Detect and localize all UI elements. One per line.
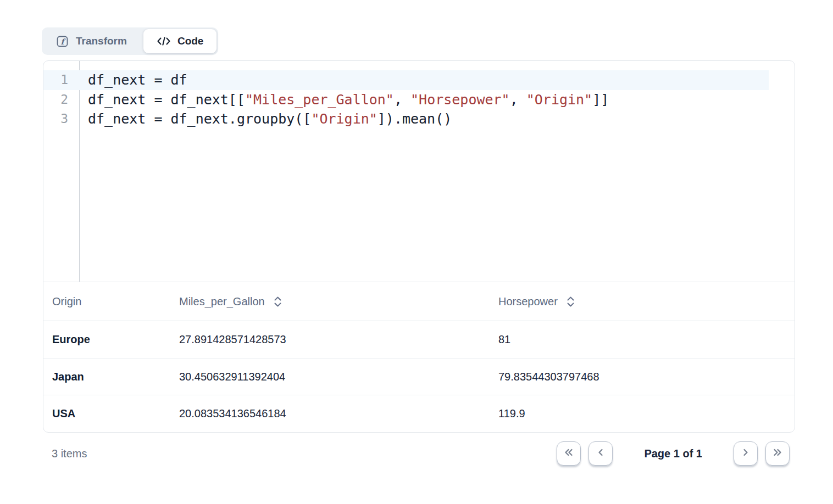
page-indicator: Page 1 of 1: [644, 447, 702, 460]
last-page-button[interactable]: [765, 441, 790, 466]
pagination: Page 1 of 1: [557, 441, 790, 466]
column-header-horsepower[interactable]: Horsepower: [498, 295, 795, 308]
string-token: "Miles_per_Gallon": [245, 92, 394, 108]
tab-code-label: Code: [177, 35, 204, 47]
items-count: 3 items: [52, 447, 87, 460]
column-header-label: Horsepower: [498, 295, 558, 308]
previous-page-button[interactable]: [588, 441, 613, 466]
tab-transform[interactable]: f Transform: [42, 27, 142, 55]
cell-origin: Japan: [52, 371, 179, 383]
function-icon: f: [57, 36, 68, 47]
code-token: ,: [510, 92, 526, 108]
chevron-double-right-icon: [771, 447, 784, 460]
table-footer: 3 items Page 1 of 1: [43, 439, 795, 468]
line-number: 2: [43, 90, 79, 110]
line-number: 1: [43, 70, 79, 90]
code-token: df_next = df_next.groupby([: [88, 111, 311, 127]
cell-miles-per-gallon: 30.450632911392404: [179, 371, 498, 383]
string-token: "Horsepower": [410, 92, 510, 108]
column-header-label: Origin: [52, 295, 81, 308]
column-header-miles-per-gallon[interactable]: Miles_per_Gallon: [179, 295, 498, 308]
view-tabbar: f Transform Code: [42, 27, 218, 55]
next-page-button[interactable]: [734, 441, 758, 466]
cell-horsepower: 79.83544303797468: [498, 371, 795, 383]
svg-text:f: f: [60, 37, 66, 46]
sort-icon[interactable]: [273, 295, 282, 308]
code-token: ]]: [592, 92, 609, 108]
tab-code[interactable]: Code: [143, 29, 217, 53]
chevron-right-icon: [740, 447, 751, 460]
code-icon: [157, 36, 171, 47]
cell-origin: USA: [52, 407, 179, 420]
sort-icon[interactable]: [566, 295, 575, 308]
chevron-left-icon: [595, 447, 606, 460]
cell-miles-per-gallon: 27.891428571428573: [179, 333, 498, 346]
code-line[interactable]: 1 df_next = df: [43, 70, 795, 90]
code-line-content: df_next = df_next.groupby(["Origin"]).me…: [79, 109, 452, 129]
code-line[interactable]: 2 df_next = df_next[["Miles_per_Gallon",…: [43, 90, 795, 110]
cell-miles-per-gallon: 20.083534136546184: [179, 407, 498, 420]
table-header-row: Origin Miles_per_Gallon Horsepower: [43, 282, 795, 321]
string-token: "Origin": [311, 111, 377, 127]
cell-horsepower: 81: [498, 333, 795, 346]
string-token: "Origin": [526, 92, 592, 108]
tab-transform-label: Transform: [76, 35, 127, 47]
code-line-content: df_next = df_next[["Miles_per_Gallon", "…: [79, 90, 609, 110]
table-row: Europe 27.891428571428573 81: [43, 321, 795, 358]
cell-origin: Europe: [52, 333, 179, 346]
result-table: Origin Miles_per_Gallon Horsepower: [43, 282, 795, 432]
column-header-label: Miles_per_Gallon: [179, 295, 265, 308]
code-editor[interactable]: 1 df_next = df 2 df_next = df_next[["Mil…: [43, 61, 795, 282]
table-row: USA 20.083534136546184 119.9: [43, 395, 795, 432]
code-token: df_next = df: [88, 72, 187, 88]
code-line[interactable]: 3 df_next = df_next.groupby(["Origin"]).…: [43, 109, 795, 129]
code-line-content: df_next = df: [79, 70, 187, 90]
chevron-double-left-icon: [563, 447, 575, 460]
table-row: Japan 30.450632911392404 79.835443037974…: [43, 358, 795, 395]
code-token: ]).mean(): [377, 111, 452, 127]
main-panel: 1 df_next = df 2 df_next = df_next[["Mil…: [43, 60, 795, 433]
code-token: df_next = df_next[[: [88, 92, 245, 108]
first-page-button[interactable]: [557, 441, 581, 466]
column-header-origin: Origin: [52, 295, 179, 308]
code-token: ,: [394, 92, 410, 108]
line-number: 3: [43, 109, 79, 129]
cell-horsepower: 119.9: [498, 407, 795, 420]
